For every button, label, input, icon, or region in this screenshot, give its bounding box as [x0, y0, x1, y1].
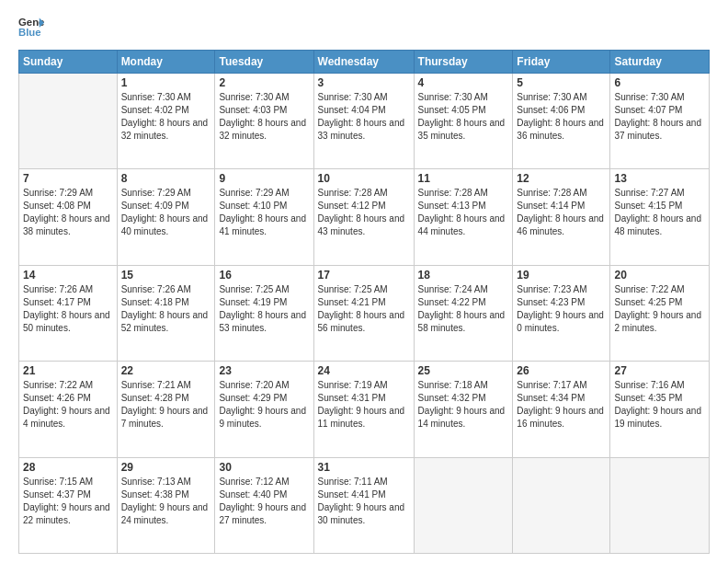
cell-info: Sunrise: 7:15 AMSunset: 4:37 PMDaylight:…: [23, 476, 113, 527]
logo: General Blue: [18, 15, 44, 40]
logo-icon: General Blue: [18, 15, 44, 40]
calendar-cell: 8Sunrise: 7:29 AMSunset: 4:09 PMDaylight…: [117, 169, 215, 265]
day-number: 30: [219, 461, 309, 474]
day-number: 23: [219, 364, 309, 377]
cell-info: Sunrise: 7:27 AMSunset: 4:15 PMDaylight:…: [614, 187, 705, 238]
cell-info: Sunrise: 7:28 AMSunset: 4:13 PMDaylight:…: [418, 187, 509, 238]
calendar-cell: [19, 74, 118, 169]
calendar-week-row: 14Sunrise: 7:26 AMSunset: 4:17 PMDayligh…: [19, 265, 710, 361]
calendar-cell: 26Sunrise: 7:17 AMSunset: 4:34 PMDayligh…: [513, 362, 610, 457]
calendar-cell: 29Sunrise: 7:13 AMSunset: 4:38 PMDayligh…: [117, 457, 215, 553]
calendar-cell: [610, 457, 710, 553]
cell-info: Sunrise: 7:30 AMSunset: 4:05 PMDaylight:…: [418, 91, 509, 143]
calendar-cell: 27Sunrise: 7:16 AMSunset: 4:35 PMDayligh…: [610, 362, 710, 457]
day-number: 1: [121, 76, 211, 89]
calendar-cell: [513, 457, 610, 553]
cell-info: Sunrise: 7:26 AMSunset: 4:18 PMDaylight:…: [121, 283, 211, 335]
calendar-cell: 14Sunrise: 7:26 AMSunset: 4:17 PMDayligh…: [19, 265, 118, 361]
weekday-header-thursday: Thursday: [414, 51, 513, 74]
cell-info: Sunrise: 7:24 AMSunset: 4:22 PMDaylight:…: [418, 283, 509, 335]
cell-info: Sunrise: 7:16 AMSunset: 4:35 PMDaylight:…: [614, 379, 705, 431]
cell-info: Sunrise: 7:20 AMSunset: 4:29 PMDaylight:…: [219, 379, 309, 431]
day-number: 15: [121, 269, 211, 282]
calendar-week-row: 28Sunrise: 7:15 AMSunset: 4:37 PMDayligh…: [19, 457, 710, 553]
day-number: 5: [517, 76, 606, 89]
cell-info: Sunrise: 7:17 AMSunset: 4:34 PMDaylight:…: [517, 379, 606, 431]
cell-info: Sunrise: 7:29 AMSunset: 4:10 PMDaylight:…: [219, 187, 309, 238]
calendar-cell: 19Sunrise: 7:23 AMSunset: 4:23 PMDayligh…: [513, 265, 610, 361]
calendar-cell: 9Sunrise: 7:29 AMSunset: 4:10 PMDaylight…: [215, 169, 313, 265]
day-number: 17: [318, 269, 410, 282]
day-number: 2: [219, 76, 309, 89]
day-number: 29: [121, 461, 211, 474]
day-number: 16: [219, 269, 309, 282]
day-number: 18: [418, 269, 509, 282]
calendar-cell: [414, 457, 513, 553]
calendar-cell: 16Sunrise: 7:25 AMSunset: 4:19 PMDayligh…: [215, 265, 313, 361]
cell-info: Sunrise: 7:30 AMSunset: 4:02 PMDaylight:…: [121, 91, 211, 143]
cell-info: Sunrise: 7:29 AMSunset: 4:09 PMDaylight:…: [121, 187, 211, 238]
calendar-cell: 10Sunrise: 7:28 AMSunset: 4:12 PMDayligh…: [313, 169, 414, 265]
calendar-week-row: 1Sunrise: 7:30 AMSunset: 4:02 PMDaylight…: [19, 74, 710, 169]
cell-info: Sunrise: 7:30 AMSunset: 4:06 PMDaylight:…: [517, 91, 606, 143]
calendar-cell: 25Sunrise: 7:18 AMSunset: 4:32 PMDayligh…: [414, 362, 513, 457]
calendar-week-row: 7Sunrise: 7:29 AMSunset: 4:08 PMDaylight…: [19, 169, 710, 265]
day-number: 4: [418, 76, 509, 89]
day-number: 21: [23, 364, 113, 377]
day-number: 28: [23, 461, 113, 474]
cell-info: Sunrise: 7:22 AMSunset: 4:25 PMDaylight:…: [614, 283, 705, 335]
calendar-week-row: 21Sunrise: 7:22 AMSunset: 4:26 PMDayligh…: [19, 362, 710, 457]
weekday-header-tuesday: Tuesday: [215, 51, 313, 74]
day-number: 8: [121, 172, 211, 185]
cell-info: Sunrise: 7:21 AMSunset: 4:28 PMDaylight:…: [121, 379, 211, 431]
weekday-header-saturday: Saturday: [610, 51, 710, 74]
day-number: 26: [517, 364, 606, 377]
cell-info: Sunrise: 7:12 AMSunset: 4:40 PMDaylight:…: [219, 476, 309, 527]
page: General Blue SundayMondayTuesdayWednesda…: [0, 0, 728, 563]
day-number: 31: [318, 461, 410, 474]
header: General Blue: [18, 15, 710, 40]
calendar-cell: 3Sunrise: 7:30 AMSunset: 4:04 PMDaylight…: [313, 74, 414, 169]
cell-info: Sunrise: 7:13 AMSunset: 4:38 PMDaylight:…: [121, 476, 211, 527]
weekday-header-friday: Friday: [513, 51, 610, 74]
day-number: 11: [418, 172, 509, 185]
cell-info: Sunrise: 7:28 AMSunset: 4:12 PMDaylight:…: [318, 187, 410, 238]
cell-info: Sunrise: 7:25 AMSunset: 4:19 PMDaylight:…: [219, 283, 309, 335]
calendar-cell: 1Sunrise: 7:30 AMSunset: 4:02 PMDaylight…: [117, 74, 215, 169]
cell-info: Sunrise: 7:28 AMSunset: 4:14 PMDaylight:…: [517, 187, 606, 238]
calendar-cell: 7Sunrise: 7:29 AMSunset: 4:08 PMDaylight…: [19, 169, 118, 265]
weekday-header-wednesday: Wednesday: [313, 51, 414, 74]
calendar-cell: 22Sunrise: 7:21 AMSunset: 4:28 PMDayligh…: [117, 362, 215, 457]
calendar-cell: 31Sunrise: 7:11 AMSunset: 4:41 PMDayligh…: [313, 457, 414, 553]
weekday-header-row: SundayMondayTuesdayWednesdayThursdayFrid…: [19, 51, 710, 74]
cell-info: Sunrise: 7:30 AMSunset: 4:07 PMDaylight:…: [614, 91, 705, 143]
day-number: 14: [23, 269, 113, 282]
calendar-cell: 5Sunrise: 7:30 AMSunset: 4:06 PMDaylight…: [513, 74, 610, 169]
calendar-cell: 17Sunrise: 7:25 AMSunset: 4:21 PMDayligh…: [313, 265, 414, 361]
weekday-header-monday: Monday: [117, 51, 215, 74]
cell-info: Sunrise: 7:29 AMSunset: 4:08 PMDaylight:…: [23, 187, 113, 238]
day-number: 10: [318, 172, 410, 185]
calendar-cell: 21Sunrise: 7:22 AMSunset: 4:26 PMDayligh…: [19, 362, 118, 457]
cell-info: Sunrise: 7:30 AMSunset: 4:03 PMDaylight:…: [219, 91, 309, 143]
calendar-cell: 2Sunrise: 7:30 AMSunset: 4:03 PMDaylight…: [215, 74, 313, 169]
day-number: 7: [23, 172, 113, 185]
day-number: 12: [517, 172, 606, 185]
calendar-cell: 15Sunrise: 7:26 AMSunset: 4:18 PMDayligh…: [117, 265, 215, 361]
calendar-cell: 18Sunrise: 7:24 AMSunset: 4:22 PMDayligh…: [414, 265, 513, 361]
calendar-cell: 30Sunrise: 7:12 AMSunset: 4:40 PMDayligh…: [215, 457, 313, 553]
calendar-cell: 6Sunrise: 7:30 AMSunset: 4:07 PMDaylight…: [610, 74, 710, 169]
day-number: 6: [614, 76, 705, 89]
cell-info: Sunrise: 7:11 AMSunset: 4:41 PMDaylight:…: [318, 476, 410, 527]
calendar-cell: 24Sunrise: 7:19 AMSunset: 4:31 PMDayligh…: [313, 362, 414, 457]
cell-info: Sunrise: 7:26 AMSunset: 4:17 PMDaylight:…: [23, 283, 113, 335]
day-number: 24: [318, 364, 410, 377]
day-number: 3: [318, 76, 410, 89]
calendar-cell: 28Sunrise: 7:15 AMSunset: 4:37 PMDayligh…: [19, 457, 118, 553]
day-number: 22: [121, 364, 211, 377]
calendar-cell: 23Sunrise: 7:20 AMSunset: 4:29 PMDayligh…: [215, 362, 313, 457]
cell-info: Sunrise: 7:18 AMSunset: 4:32 PMDaylight:…: [418, 379, 509, 431]
day-number: 9: [219, 172, 309, 185]
cell-info: Sunrise: 7:23 AMSunset: 4:23 PMDaylight:…: [517, 283, 606, 335]
day-number: 25: [418, 364, 509, 377]
